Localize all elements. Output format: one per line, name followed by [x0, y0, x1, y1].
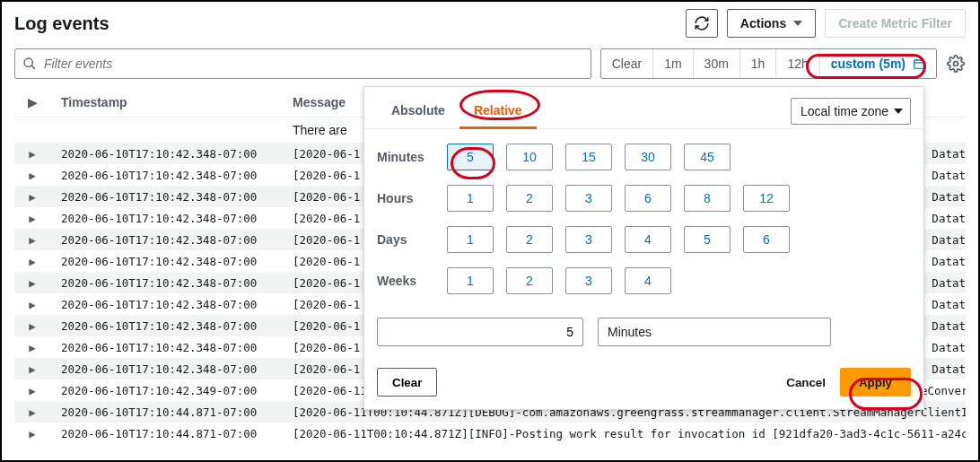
relative-row-label: Days	[377, 232, 447, 247]
relative-chip[interactable]: 4	[625, 226, 671, 253]
actions-button[interactable]: Actions	[727, 9, 816, 38]
row-timestamp: 2020-06-10T17:10:44.871-07:00	[50, 427, 293, 440]
search-icon	[22, 57, 37, 71]
tab-relative[interactable]: Relative	[459, 94, 537, 128]
relative-unit-select[interactable]: Minutes	[598, 318, 831, 346]
create-metric-filter-button[interactable]: Create Metric Filter	[825, 9, 966, 38]
row-timestamp: 2020-06-10T17:10:42.348-07:00	[50, 319, 293, 333]
time-preset-1h[interactable]: 1h	[740, 49, 777, 78]
relative-chip[interactable]: 3	[565, 267, 612, 294]
filter-input[interactable]	[44, 57, 583, 71]
tab-absolute[interactable]: Absolute	[377, 94, 459, 128]
time-preset-30m[interactable]: 30m	[694, 49, 740, 78]
relative-chip[interactable]: 10	[506, 144, 553, 170]
filter-input-wrapper[interactable]	[14, 48, 591, 79]
row-expand-caret[interactable]: ▶	[14, 405, 50, 419]
relative-chip[interactable]: 1	[447, 185, 494, 212]
relative-value-input[interactable]	[377, 318, 583, 346]
svg-line-1	[31, 65, 35, 69]
relative-chip[interactable]: 3	[565, 226, 612, 253]
relative-unit-label: Minutes	[608, 325, 652, 339]
row-timestamp: 2020-06-10T17:10:42.348-07:00	[50, 190, 293, 204]
settings-button[interactable]	[946, 54, 966, 74]
row-timestamp: 2020-06-10T17:10:42.348-07:00	[50, 147, 293, 161]
relative-chip[interactable]: 45	[684, 144, 731, 170]
chevron-down-icon	[793, 21, 802, 26]
row-timestamp: 2020-06-10T17:10:42.348-07:00	[50, 233, 293, 247]
row-timestamp: 2020-06-10T17:10:42.348-07:00	[50, 255, 293, 268]
relative-row-label: Weeks	[377, 274, 447, 288]
table-row: ▶2020-06-10T17:10:44.871-07:00[2020-06-1…	[14, 423, 966, 444]
row-timestamp: 2020-06-10T17:10:42.348-07:00	[50, 298, 293, 311]
row-expand-caret[interactable]: ▶	[14, 212, 50, 225]
relative-chip[interactable]: 1	[447, 267, 494, 294]
row-message: [2020-06-11T00:10:44.871Z][INFO]-Posting…	[293, 427, 966, 440]
time-preset-1m[interactable]: 1m	[653, 49, 693, 78]
relative-chip[interactable]: 3	[565, 185, 612, 212]
relative-chip[interactable]: 2	[506, 226, 553, 253]
row-expand-caret[interactable]: ▶	[14, 427, 50, 440]
row-expand-caret[interactable]: ▶	[14, 341, 50, 354]
relative-chip[interactable]: 6	[625, 185, 671, 212]
time-range-bar: Clear 1m 30m 1h 12h custom (5m)	[600, 48, 937, 79]
row-expand-caret[interactable]: ▶	[14, 233, 50, 247]
row-expand-caret[interactable]: ▶	[14, 319, 50, 333]
time-preset-12h[interactable]: 12h	[776, 49, 819, 78]
relative-chip[interactable]: 1	[447, 226, 494, 253]
gear-icon	[947, 55, 965, 73]
chevron-down-icon	[894, 109, 903, 114]
row-expand-caret[interactable]: ▶	[14, 384, 50, 397]
row-timestamp: 2020-06-10T17:10:42.349-07:00	[50, 384, 293, 397]
svg-point-0	[24, 58, 32, 66]
calendar-icon	[913, 57, 925, 70]
row-expand-caret[interactable]: ▶	[14, 169, 50, 182]
popover-clear-button[interactable]: Clear	[377, 368, 437, 397]
relative-chip[interactable]: 2	[506, 185, 553, 212]
row-timestamp: 2020-06-10T17:10:42.348-07:00	[50, 212, 293, 225]
row-expand-caret[interactable]: ▶	[14, 190, 50, 204]
row-expand-caret[interactable]: ▶	[14, 298, 50, 311]
relative-chip[interactable]: 15	[565, 144, 612, 170]
time-custom-label: custom (5m)	[831, 57, 906, 71]
row-timestamp: 2020-06-10T17:10:42.348-07:00	[50, 169, 293, 182]
relative-chip[interactable]: 8	[684, 185, 731, 212]
timezone-select[interactable]: Local time zone	[791, 98, 911, 125]
relative-chip[interactable]: 5	[684, 226, 731, 253]
col-timestamp: Timestamp	[50, 95, 293, 109]
popover-cancel-button[interactable]: Cancel	[786, 376, 826, 389]
refresh-icon	[694, 15, 710, 31]
time-clear[interactable]: Clear	[601, 49, 653, 78]
relative-chip[interactable]: 30	[625, 144, 671, 170]
refresh-button[interactable]	[686, 9, 718, 38]
row-timestamp: 2020-06-10T17:10:44.871-07:00	[50, 405, 293, 419]
popover-apply-button[interactable]: Apply	[840, 368, 911, 397]
relative-chip[interactable]: 12	[743, 185, 790, 212]
time-custom[interactable]: custom (5m)	[820, 49, 936, 78]
relative-chip[interactable]: 6	[743, 226, 790, 253]
relative-chip[interactable]: 5	[447, 144, 494, 170]
relative-chip[interactable]: 4	[625, 267, 671, 294]
svg-point-6	[954, 62, 958, 66]
row-expand-caret[interactable]: ▶	[14, 362, 50, 376]
expand-all-caret[interactable]: ▶	[14, 95, 50, 109]
page-title: Log events	[14, 13, 109, 34]
svg-rect-2	[914, 60, 924, 68]
actions-label: Actions	[740, 16, 786, 31]
time-picker-popover: Absolute Relative Local time zone Minute…	[363, 86, 924, 410]
row-expand-caret[interactable]: ▶	[14, 147, 50, 161]
relative-row-label: Minutes	[377, 150, 447, 164]
row-expand-caret[interactable]: ▶	[14, 255, 50, 268]
timezone-label: Local time zone	[801, 104, 888, 118]
row-timestamp: 2020-06-10T17:10:42.348-07:00	[50, 362, 293, 376]
row-timestamp: 2020-06-10T17:10:42.348-07:00	[50, 341, 293, 354]
relative-row-label: Hours	[377, 191, 447, 205]
row-expand-caret[interactable]: ▶	[14, 276, 50, 290]
relative-chip[interactable]: 2	[506, 267, 553, 294]
row-timestamp: 2020-06-10T17:10:42.348-07:00	[50, 276, 293, 290]
